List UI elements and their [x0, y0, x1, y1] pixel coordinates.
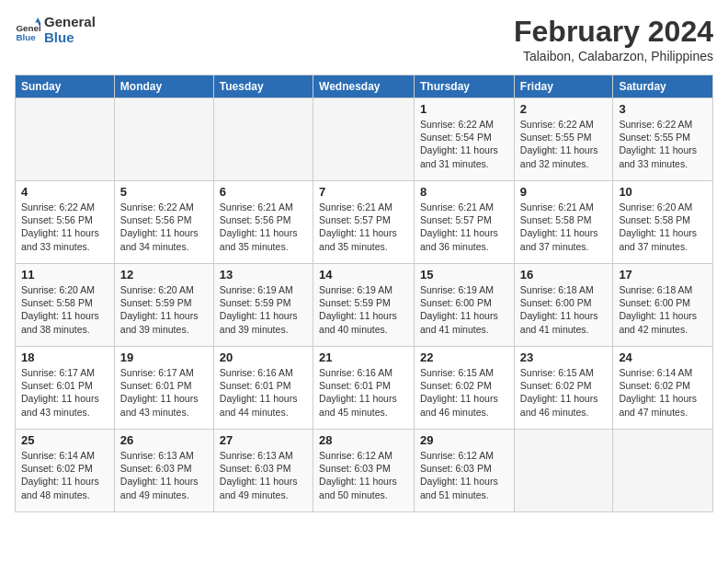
- day-number: 7: [319, 185, 408, 199]
- calendar-body: 1Sunrise: 6:22 AM Sunset: 5:54 PM Daylig…: [16, 98, 713, 512]
- calendar-cell: [514, 430, 613, 512]
- calendar-cell: 29Sunrise: 6:12 AM Sunset: 6:03 PM Dayli…: [415, 430, 515, 512]
- calendar-cell: 24Sunrise: 6:14 AM Sunset: 6:02 PM Dayli…: [613, 347, 713, 430]
- calendar-cell: 1Sunrise: 6:22 AM Sunset: 5:54 PM Daylig…: [415, 98, 515, 181]
- day-info: Sunrise: 6:13 AM Sunset: 6:03 PM Dayligh…: [220, 449, 307, 501]
- calendar-week-row: 4Sunrise: 6:22 AM Sunset: 5:56 PM Daylig…: [16, 181, 713, 264]
- logo-general: General: [44, 15, 96, 30]
- calendar-cell: 9Sunrise: 6:21 AM Sunset: 5:58 PM Daylig…: [514, 181, 613, 264]
- day-info: Sunrise: 6:22 AM Sunset: 5:56 PM Dayligh…: [120, 201, 208, 253]
- day-number: 9: [520, 185, 608, 199]
- day-info: Sunrise: 6:21 AM Sunset: 5:57 PM Dayligh…: [420, 201, 508, 253]
- day-header-wednesday: Wednesday: [313, 75, 415, 98]
- calendar-cell: 2Sunrise: 6:22 AM Sunset: 5:55 PM Daylig…: [514, 98, 613, 181]
- day-number: 8: [420, 185, 508, 199]
- day-header-saturday: Saturday: [613, 75, 713, 98]
- day-info: Sunrise: 6:15 AM Sunset: 6:02 PM Dayligh…: [420, 366, 508, 419]
- day-number: 23: [520, 350, 608, 364]
- location-title: Talaibon, Calabarzon, Philippines: [514, 49, 713, 63]
- day-number: 4: [21, 185, 108, 199]
- calendar-cell: 12Sunrise: 6:20 AM Sunset: 5:59 PM Dayli…: [114, 264, 213, 347]
- calendar-header-row: SundayMondayTuesdayWednesdayThursdayFrid…: [16, 75, 713, 98]
- day-info: Sunrise: 6:22 AM Sunset: 5:55 PM Dayligh…: [520, 118, 608, 170]
- calendar-cell: 23Sunrise: 6:15 AM Sunset: 6:02 PM Dayli…: [514, 347, 613, 430]
- day-info: Sunrise: 6:22 AM Sunset: 5:56 PM Dayligh…: [21, 201, 108, 253]
- calendar-cell: 8Sunrise: 6:21 AM Sunset: 5:57 PM Daylig…: [415, 181, 515, 264]
- day-number: 15: [420, 268, 508, 282]
- calendar-cell: 14Sunrise: 6:19 AM Sunset: 5:59 PM Dayli…: [313, 264, 415, 347]
- day-info: Sunrise: 6:17 AM Sunset: 6:01 PM Dayligh…: [120, 366, 208, 419]
- page-header: General Blue General Blue February 2024 …: [15, 15, 713, 63]
- day-number: 16: [520, 268, 608, 282]
- day-number: 13: [220, 268, 307, 282]
- calendar-cell: 22Sunrise: 6:15 AM Sunset: 6:02 PM Dayli…: [415, 347, 515, 430]
- calendar-cell: 16Sunrise: 6:18 AM Sunset: 6:00 PM Dayli…: [514, 264, 613, 347]
- day-number: 1: [420, 102, 508, 116]
- day-number: 28: [319, 433, 408, 447]
- calendar-week-row: 1Sunrise: 6:22 AM Sunset: 5:54 PM Daylig…: [16, 98, 713, 181]
- calendar-cell: 25Sunrise: 6:14 AM Sunset: 6:02 PM Dayli…: [16, 430, 115, 512]
- calendar-cell: 21Sunrise: 6:16 AM Sunset: 6:01 PM Dayli…: [313, 347, 415, 430]
- calendar-cell: 19Sunrise: 6:17 AM Sunset: 6:01 PM Dayli…: [114, 347, 213, 430]
- day-info: Sunrise: 6:18 AM Sunset: 6:00 PM Dayligh…: [619, 283, 707, 336]
- day-info: Sunrise: 6:13 AM Sunset: 6:03 PM Dayligh…: [120, 449, 208, 501]
- day-info: Sunrise: 6:21 AM Sunset: 5:56 PM Dayligh…: [220, 201, 307, 253]
- day-info: Sunrise: 6:19 AM Sunset: 5:59 PM Dayligh…: [220, 283, 307, 336]
- calendar-cell: 6Sunrise: 6:21 AM Sunset: 5:56 PM Daylig…: [213, 181, 313, 264]
- day-number: 10: [619, 185, 707, 199]
- day-number: 12: [120, 268, 208, 282]
- calendar-cell: 11Sunrise: 6:20 AM Sunset: 5:58 PM Dayli…: [16, 264, 115, 347]
- day-info: Sunrise: 6:21 AM Sunset: 5:57 PM Dayligh…: [319, 201, 408, 253]
- day-info: Sunrise: 6:15 AM Sunset: 6:02 PM Dayligh…: [520, 366, 608, 419]
- day-info: Sunrise: 6:18 AM Sunset: 6:00 PM Dayligh…: [520, 283, 608, 336]
- calendar-cell: 4Sunrise: 6:22 AM Sunset: 5:56 PM Daylig…: [16, 181, 115, 264]
- day-number: 25: [21, 433, 108, 447]
- day-number: 18: [21, 350, 108, 364]
- calendar-cell: 27Sunrise: 6:13 AM Sunset: 6:03 PM Dayli…: [213, 430, 313, 512]
- day-number: 17: [619, 268, 707, 282]
- calendar-cell: 13Sunrise: 6:19 AM Sunset: 5:59 PM Dayli…: [213, 264, 313, 347]
- day-number: 14: [319, 268, 408, 282]
- day-info: Sunrise: 6:17 AM Sunset: 6:01 PM Dayligh…: [21, 366, 108, 419]
- day-info: Sunrise: 6:21 AM Sunset: 5:58 PM Dayligh…: [520, 201, 608, 253]
- calendar-cell: [313, 98, 415, 181]
- calendar-cell: 17Sunrise: 6:18 AM Sunset: 6:00 PM Dayli…: [613, 264, 713, 347]
- calendar-cell: 3Sunrise: 6:22 AM Sunset: 5:55 PM Daylig…: [613, 98, 713, 181]
- day-number: 2: [520, 102, 608, 116]
- calendar-cell: 18Sunrise: 6:17 AM Sunset: 6:01 PM Dayli…: [16, 347, 115, 430]
- calendar-table: SundayMondayTuesdayWednesdayThursdayFrid…: [15, 75, 713, 512]
- day-number: 6: [220, 185, 307, 199]
- day-info: Sunrise: 6:22 AM Sunset: 5:54 PM Dayligh…: [420, 118, 508, 170]
- day-number: 22: [420, 350, 508, 364]
- svg-marker-2: [35, 17, 40, 23]
- svg-text:Blue: Blue: [16, 32, 36, 42]
- month-title: February 2024: [514, 15, 713, 49]
- day-info: Sunrise: 6:12 AM Sunset: 6:03 PM Dayligh…: [319, 449, 408, 501]
- calendar-cell: [213, 98, 313, 181]
- day-info: Sunrise: 6:22 AM Sunset: 5:55 PM Dayligh…: [619, 118, 707, 170]
- day-info: Sunrise: 6:12 AM Sunset: 6:03 PM Dayligh…: [420, 449, 508, 501]
- day-info: Sunrise: 6:20 AM Sunset: 5:58 PM Dayligh…: [619, 201, 707, 253]
- calendar-cell: 7Sunrise: 6:21 AM Sunset: 5:57 PM Daylig…: [313, 181, 415, 264]
- logo-icon: General Blue: [15, 17, 40, 43]
- calendar-cell: 15Sunrise: 6:19 AM Sunset: 6:00 PM Dayli…: [415, 264, 515, 347]
- day-number: 26: [120, 433, 208, 447]
- day-info: Sunrise: 6:16 AM Sunset: 6:01 PM Dayligh…: [220, 366, 307, 419]
- calendar-cell: 10Sunrise: 6:20 AM Sunset: 5:58 PM Dayli…: [613, 181, 713, 264]
- day-info: Sunrise: 6:19 AM Sunset: 5:59 PM Dayligh…: [319, 283, 408, 336]
- logo: General Blue General Blue: [15, 15, 96, 45]
- day-number: 29: [420, 433, 508, 447]
- day-number: 20: [220, 350, 307, 364]
- day-info: Sunrise: 6:14 AM Sunset: 6:02 PM Dayligh…: [21, 449, 108, 501]
- day-number: 21: [319, 350, 408, 364]
- calendar-cell: 26Sunrise: 6:13 AM Sunset: 6:03 PM Dayli…: [114, 430, 213, 512]
- day-info: Sunrise: 6:19 AM Sunset: 6:00 PM Dayligh…: [420, 283, 508, 336]
- day-number: 3: [619, 102, 707, 116]
- day-number: 11: [21, 268, 108, 282]
- day-header-tuesday: Tuesday: [213, 75, 313, 98]
- day-number: 19: [120, 350, 208, 364]
- calendar-cell: [114, 98, 213, 181]
- day-header-monday: Monday: [114, 75, 213, 98]
- day-number: 24: [619, 350, 707, 364]
- day-header-friday: Friday: [514, 75, 613, 98]
